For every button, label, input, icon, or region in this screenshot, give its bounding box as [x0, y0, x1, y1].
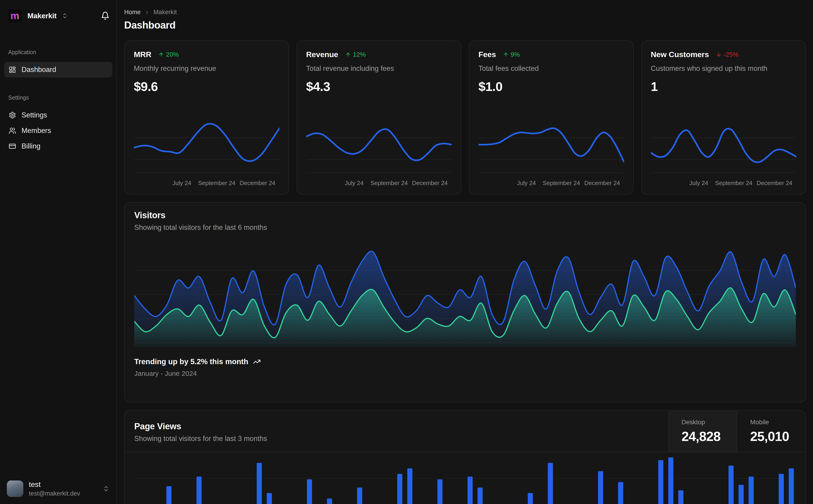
stat-card-mrr: MRR 20% Monthly recurring revenue $9.6 J…: [124, 40, 289, 195]
stat-value: 1: [651, 79, 797, 94]
revenue-sparkline-chart: [306, 116, 452, 173]
visitors-card: Visitors Showing total visitors for the …: [124, 202, 806, 403]
logo-m-glyph: m: [10, 11, 19, 21]
gear-icon: [9, 111, 16, 119]
arrow-up-icon: [158, 52, 164, 58]
trend-badge: 12%: [345, 51, 366, 58]
sidebar-item-dashboard[interactable]: Dashboard: [4, 62, 112, 77]
x-axis-labels: July 24September 24December 24: [134, 178, 280, 188]
stat-description: Total fees collected: [478, 64, 624, 73]
dashboard-icon: [9, 66, 16, 73]
sidebar: m Makerkit Application Dashboard Setting…: [0, 0, 117, 504]
stat-value: $9.6: [134, 79, 280, 94]
trend-badge: 20%: [158, 51, 179, 58]
user-menu[interactable]: test test@makerkit.dev: [0, 474, 116, 504]
team-switcher[interactable]: m Makerkit: [0, 0, 116, 23]
breadcrumb-current[interactable]: Makerkit: [153, 9, 177, 16]
sidebar-item-label: Billing: [21, 142, 40, 150]
stat-chart: July 24September 24December 24: [478, 116, 624, 188]
breadcrumb: Home Makerkit: [124, 9, 806, 16]
stat-description: Customers who signed up this month: [651, 64, 797, 73]
stat-chart: July 24September 24December 24: [306, 116, 452, 188]
sidebar-nav: Application Dashboard Settings Settings …: [0, 23, 116, 474]
sidebar-item-billing[interactable]: Billing: [4, 138, 112, 154]
visitors-area-chart: [134, 246, 796, 347]
sidebar-item-members[interactable]: Members: [4, 123, 112, 138]
x-axis-labels: July 24September 24December 24: [478, 178, 624, 188]
page-views-header: Page Views Showing total visitors for th…: [125, 411, 805, 452]
stat-cards-row: MRR 20% Monthly recurring revenue $9.6 J…: [124, 40, 806, 195]
arrow-down-icon: [716, 52, 722, 58]
page-views-bar-chart: [134, 457, 796, 504]
nav-section-application: Application: [0, 49, 116, 56]
notifications-bell-icon[interactable]: [101, 11, 109, 20]
desktop-value: 24,828: [682, 429, 724, 444]
stat-title: New Customers: [651, 50, 709, 59]
avatar: [7, 480, 23, 497]
stat-chart: July 24September 24December 24: [134, 116, 280, 188]
stat-value: $1.0: [478, 79, 624, 94]
user-name: test: [29, 480, 80, 489]
app-name: Makerkit: [27, 12, 56, 20]
stat-description: Monthly recurring revenue: [134, 64, 280, 73]
chevrons-up-down-icon: [61, 13, 68, 19]
page-title: Dashboard: [124, 19, 806, 31]
sidebar-item-label: Settings: [21, 111, 47, 119]
trend-badge: -25%: [716, 51, 739, 58]
stat-card-revenue: Revenue 12% Total revenue including fees…: [297, 40, 461, 195]
nav-section-settings: Settings: [0, 94, 116, 101]
main-content: Home Makerkit Dashboard MRR 20% Monthly …: [117, 0, 813, 504]
x-axis-labels: July 24September 24December 24: [306, 178, 452, 188]
page-views-chart-wrap: [125, 452, 805, 504]
credit-card-icon: [9, 143, 16, 150]
sidebar-item-label: Dashboard: [21, 66, 56, 74]
visitors-title: Visitors: [134, 210, 796, 220]
visitors-subtitle: Showing total visitors for the last 6 mo…: [134, 223, 796, 232]
stat-chart: July 24September 24December 24: [651, 116, 797, 188]
trending-up-icon: [253, 358, 261, 366]
stat-title: Revenue: [306, 50, 338, 59]
sidebar-item-label: Members: [21, 127, 51, 135]
page-views-card: Page Views Showing total visitors for th…: [124, 410, 806, 504]
toggle-desktop[interactable]: Desktop 24,828: [668, 411, 737, 452]
stat-value: $4.3: [306, 79, 452, 94]
user-meta: test test@makerkit.dev: [29, 480, 80, 497]
x-axis-labels: July 24September 24December 24: [651, 178, 797, 188]
trend-badge: 9%: [503, 51, 520, 58]
stat-title: Fees: [478, 50, 496, 59]
visitors-period: January - June 2024: [134, 370, 796, 377]
user-email: test@makerkit.dev: [29, 490, 80, 497]
chevron-right-icon: [144, 10, 150, 15]
new-customers-sparkline-chart: [651, 116, 797, 173]
visitors-trend-note: Trending up by 5.2% this month: [134, 357, 796, 366]
users-icon: [9, 127, 16, 134]
desktop-label: Desktop: [682, 419, 724, 426]
page-views-subtitle: Showing total visitors for the last 3 mo…: [134, 435, 659, 443]
stat-description: Total revenue including fees: [306, 64, 452, 73]
mrr-sparkline-chart: [134, 116, 280, 173]
toggle-mobile[interactable]: Mobile 25,010: [737, 411, 805, 452]
stat-title: MRR: [134, 50, 151, 59]
page-views-title: Page Views: [134, 422, 659, 431]
arrow-up-icon: [503, 52, 509, 58]
chevrons-up-down-icon: [103, 485, 109, 492]
sidebar-item-settings[interactable]: Settings: [4, 107, 112, 123]
breadcrumb-home-link[interactable]: Home: [124, 9, 141, 16]
fees-sparkline-chart: [478, 116, 624, 173]
mobile-label: Mobile: [750, 419, 793, 426]
arrow-up-icon: [345, 52, 351, 58]
stat-card-new-customers: New Customers -25% Customers who signed …: [641, 40, 806, 195]
app-logo: m: [7, 8, 22, 23]
mobile-value: 25,010: [750, 429, 793, 444]
stat-card-fees: Fees 9% Total fees collected $1.0 July 2…: [469, 40, 634, 195]
